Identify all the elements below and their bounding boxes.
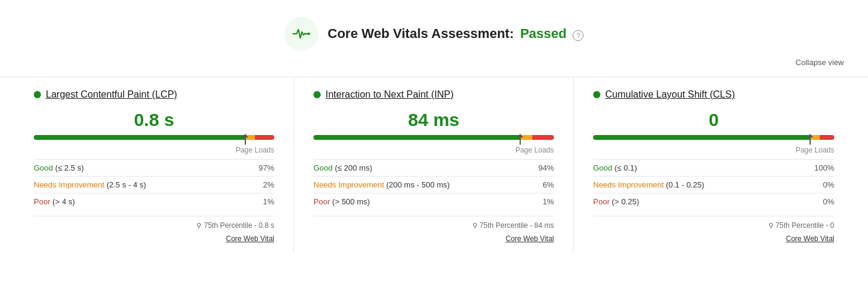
help-icon[interactable]: ? — [573, 30, 583, 41]
metric-cls-percentile: ⚲ 75th Percentile - 0 — [593, 216, 834, 230]
metric-cls-name[interactable]: Cumulative Layout Shift (CLS) — [605, 89, 735, 100]
metric-inp-progress — [313, 135, 554, 142]
table-row: Good (≤ 200 ms) 94% — [313, 160, 554, 177]
metric-cls: Cumulative Layout Shift (CLS) 0 Page Loa… — [574, 77, 854, 253]
metric-inp-percentile: ⚲ 75th Percentile - 84 ms — [313, 216, 554, 230]
collapse-view-button[interactable]: Collapse view — [0, 58, 868, 77]
metric-lcp-progress — [34, 135, 274, 142]
metric-lcp: Largest Contentful Paint (LCP) 0.8 s Pag… — [14, 77, 294, 253]
metric-inp-dot — [313, 91, 321, 98]
table-row: Good (≤ 0.1) 100% — [593, 160, 834, 177]
table-row: Poor (> 4 s) 1% — [34, 193, 274, 210]
table-row: Good (≤ 2.5 s) 97% — [34, 160, 274, 177]
metric-lcp-header: Largest Contentful Paint (LCP) — [34, 89, 274, 100]
pin-icon: ⚲ — [197, 222, 201, 230]
pin-icon: ⚲ — [769, 222, 773, 230]
metric-inp-value: 84 ms — [313, 110, 554, 130]
metric-cls-header: Cumulative Layout Shift (CLS) — [593, 89, 834, 100]
metric-inp-stats: Good (≤ 200 ms) 94% Needs Improvement (2… — [313, 159, 554, 210]
metric-lcp-name[interactable]: Largest Contentful Paint (LCP) — [46, 89, 177, 100]
table-row: Needs Improvement (200 ms - 500 ms) 6% — [313, 177, 554, 193]
table-row: Poor (> 500 ms) 1% — [313, 193, 554, 210]
metric-lcp-value: 0.8 s — [34, 110, 274, 130]
metric-inp-name[interactable]: Interaction to Next Paint (INP) — [326, 89, 454, 100]
metrics-grid: Largest Contentful Paint (LCP) 0.8 s Pag… — [0, 77, 868, 253]
metric-inp-header: Interaction to Next Paint (INP) — [313, 89, 554, 100]
metric-inp-cwv-link[interactable]: Core Web Vital — [313, 234, 554, 243]
metric-cls-stats: Good (≤ 0.1) 100% Needs Improvement (0.1… — [593, 159, 834, 210]
metric-cls-cwv-link[interactable]: Core Web Vital — [593, 234, 834, 243]
metric-lcp-cwv-link[interactable]: Core Web Vital — [34, 234, 274, 243]
table-row: Poor (> 0.25) 0% — [593, 193, 834, 210]
table-row: Needs Improvement (2.5 s - 4 s) 2% — [34, 177, 274, 193]
page-title: Core Web Vitals Assessment: Passed ? — [328, 26, 584, 42]
metric-inp-page-loads: Page Loads — [313, 146, 554, 154]
page-header: Core Web Vitals Assessment: Passed ? — [0, 0, 868, 58]
metric-lcp-percentile: ⚲ 75th Percentile - 0.8 s — [34, 216, 274, 230]
vitals-icon — [285, 17, 318, 51]
pin-icon: ⚲ — [473, 222, 477, 230]
table-row: Needs Improvement (0.1 - 0.25) 0% — [593, 177, 834, 193]
metric-cls-value: 0 — [593, 110, 834, 130]
metric-lcp-stats: Good (≤ 2.5 s) 97% Needs Improvement (2.… — [34, 159, 274, 210]
metric-cls-dot — [593, 91, 600, 98]
metric-inp: Interaction to Next Paint (INP) 84 ms Pa… — [294, 77, 574, 253]
svg-point-1 — [304, 33, 306, 35]
metric-cls-page-loads: Page Loads — [593, 146, 834, 154]
metric-lcp-dot — [34, 91, 41, 98]
metric-lcp-page-loads: Page Loads — [34, 146, 274, 154]
metric-cls-progress — [593, 135, 834, 142]
svg-point-0 — [307, 33, 310, 35]
